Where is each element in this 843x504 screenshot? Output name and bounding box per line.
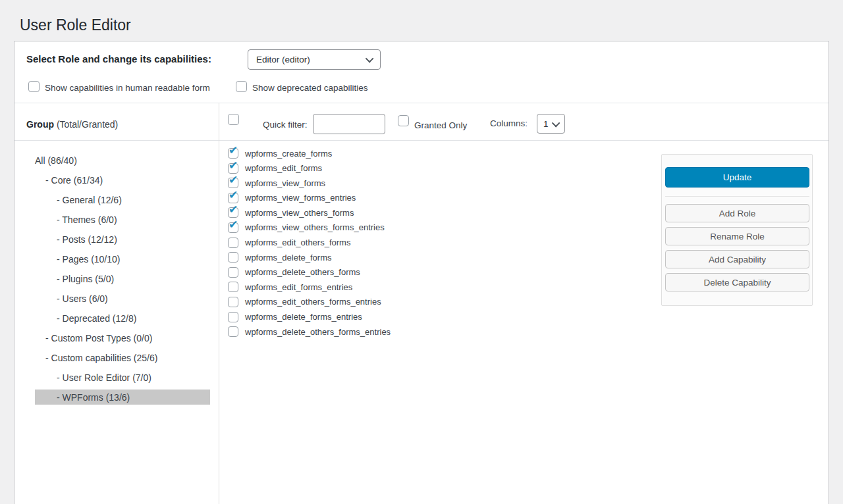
group-tree-item-label: - Posts (12/12) [57,234,117,245]
deprecated-label: Show deprecated capabilities [252,83,368,93]
capability-label: wpforms_delete_forms [245,253,332,263]
group-tree-item-label: - Plugins (5/0) [57,274,114,284]
columns-label: Columns: [490,118,528,128]
capability-checkbox[interactable] [228,297,238,307]
capability-checkbox[interactable] [228,312,238,322]
capability-checkbox[interactable]: ✔ [228,207,238,218]
check-icon: ✔ [229,160,238,171]
group-tree-item[interactable]: - Pages (10/10) [35,251,210,266]
group-tree-item[interactable]: - User Role Editor (7/0) [35,370,210,385]
page-title: User Role Editor [20,16,131,34]
capability-row: wpforms_delete_forms [228,252,636,263]
group-tree-item[interactable]: - Themes (6/0) [35,212,210,227]
role-selector-label: Select Role and change its capabilities: [26,53,211,64]
group-tree-item[interactable]: All (86/40) [35,153,210,168]
group-tree-item-label: - Deprecated (12/8) [57,313,136,324]
group-tree-item[interactable]: - Deprecated (12/8) [35,311,210,326]
add-capability-button[interactable]: Add Capability [665,250,809,268]
group-tree-item-label: - Core (61/34) [45,175,103,186]
capability-list: ✔wpforms_create_forms✔wpforms_edit_forms… [228,148,636,341]
quick-filter-input[interactable] [313,114,385,134]
group-column-header-suffix: (Total/Granted) [54,119,118,130]
granted-only-label: Granted Only [414,120,467,130]
quick-filter-label: Quick filter: [263,120,308,130]
check-icon: ✔ [229,219,238,230]
divider-vertical [219,103,219,504]
capability-label: wpforms_view_others_forms_entries [245,222,385,232]
group-tree-item-label: - Users (6/0) [57,293,108,304]
group-tree-item[interactable]: - Plugins (5/0) [35,271,210,286]
capability-row: ✔wpforms_view_others_forms_entries [228,222,636,233]
capability-label: wpforms_edit_others_forms [245,238,350,247]
capability-checkbox[interactable] [228,282,238,292]
columns-select[interactable]: 1 [537,114,565,134]
group-tree-item[interactable]: - Posts (12/12) [35,232,210,247]
add-role-button[interactable]: Add Role [665,204,809,222]
check-icon: ✔ [229,204,238,215]
capability-checkbox[interactable] [228,326,238,337]
capability-row: ✔wpforms_view_forms_entries [228,193,636,203]
capability-checkbox[interactable]: ✔ [228,222,238,233]
capability-row: ✔wpforms_view_forms [228,178,636,188]
group-tree-item-label: - Custom capabilities (25/6) [45,353,157,363]
capability-checkbox[interactable]: ✔ [228,163,238,174]
rename-role-button[interactable]: Rename Role [665,227,809,245]
group-tree-item[interactable]: - General (12/6) [35,192,210,207]
group-tree-item-label: - Themes (6/0) [57,214,117,225]
role-select[interactable]: Editor (editor) [248,49,381,70]
capability-row: wpforms_delete_others_forms [228,267,636,278]
group-tree-item-label: - User Role Editor (7/0) [57,372,151,383]
capability-label: wpforms_view_forms [245,178,325,188]
capability-label: wpforms_delete_others_forms_entries [245,327,391,337]
group-tree-item-label: All (86/40) [35,155,77,166]
divider-top [14,103,829,103]
human-readable-label: Show capabilities in human readable form [45,83,210,93]
divider-header [14,140,829,141]
capability-label: wpforms_delete_others_forms [245,267,360,277]
capability-label: wpforms_view_others_forms [245,208,354,218]
check-icon: ✔ [229,145,238,156]
group-tree-item[interactable]: - Custom capabilities (25/6) [35,350,210,365]
user-role-editor-panel: Select Role and change its capabilities:… [14,41,829,504]
group-tree-item[interactable]: - Core (61/34) [35,172,210,188]
capability-checkbox[interactable]: ✔ [228,193,238,203]
capability-label: wpforms_edit_others_forms_entries [245,297,381,307]
capability-checkbox[interactable]: ✔ [228,178,238,188]
capability-label: wpforms_edit_forms [245,163,322,173]
chevron-down-icon [366,55,374,63]
group-tree-item[interactable]: - Users (6/0) [35,291,210,306]
role-select-value: Editor (editor) [256,55,310,64]
capability-label: wpforms_edit_forms_entries [245,282,352,292]
capability-row: wpforms_edit_others_forms [228,238,636,248]
deprecated-checkbox[interactable] [236,81,247,92]
capability-row: ✔wpforms_create_forms [228,148,636,159]
capability-row: wpforms_delete_others_forms_entries [228,326,636,337]
capability-row: ✔wpforms_edit_forms [228,163,636,174]
check-icon: ✔ [229,174,238,186]
group-tree-item[interactable]: - Custom Post Types (0/0) [35,330,210,345]
group-tree-item-label: - WPForms (13/6) [57,392,130,403]
granted-only-checkbox[interactable] [398,115,409,126]
chevron-down-icon [552,118,560,127]
group-tree: All (86/40)- Core (61/34)- General (12/6… [14,153,219,409]
delete-capability-button[interactable]: Delete Capability [665,273,809,291]
check-icon: ✔ [229,189,238,201]
group-column-header-bold: Group [26,119,54,130]
capability-checkbox[interactable] [228,238,238,248]
group-tree-item-label: - Custom Post Types (0/0) [45,333,152,343]
group-tree-item[interactable]: - WPForms (13/6) [35,390,210,405]
capability-label: wpforms_view_forms_entries [245,193,356,203]
capability-checkbox[interactable] [228,252,238,263]
update-button[interactable]: Update [665,167,809,188]
select-all-checkbox[interactable] [228,114,239,125]
human-readable-checkbox[interactable] [28,81,40,92]
group-tree-item-label: - General (12/6) [57,195,122,205]
capability-row: ✔wpforms_view_others_forms [228,207,636,218]
capability-row: wpforms_delete_forms_entries [228,312,636,322]
capability-label: wpforms_delete_forms_entries [245,312,362,322]
capability-checkbox[interactable] [228,267,238,278]
capability-row: wpforms_edit_others_forms_entries [228,297,636,307]
panel-divider [665,196,809,197]
capability-checkbox[interactable]: ✔ [228,148,238,159]
columns-select-value: 1 [543,119,549,129]
